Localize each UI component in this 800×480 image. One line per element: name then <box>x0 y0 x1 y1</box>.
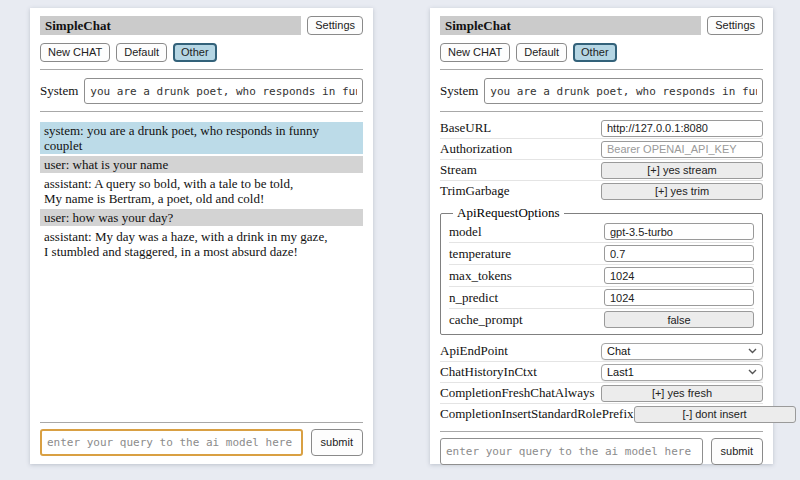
chat-panel: SimpleChat Settings New CHATDefaultOther… <box>30 8 373 464</box>
query-input[interactable] <box>40 429 303 456</box>
completion-fresh-chat-always-label: CompletionFreshChatAlways <box>440 385 595 401</box>
model-label: model <box>449 224 482 240</box>
stream-label: Stream <box>440 162 477 178</box>
chat-messages: system: you are a drunk poet, who respon… <box>40 122 363 262</box>
chat-history-in-ctxt-label: ChatHistoryInCtxt <box>440 364 537 380</box>
baseurl-row: BaseURL <box>440 118 763 138</box>
model-row: model <box>449 221 754 242</box>
session-button-other[interactable]: Other <box>573 43 617 62</box>
completion-insert-standard-role-prefix-label: CompletionInsertStandardRolePrefix <box>440 406 634 422</box>
stream-row: Stream [+] yes stream <box>440 160 763 180</box>
cache-prompt-row: cache_prompt false <box>449 309 754 330</box>
system-label: System <box>40 83 78 99</box>
session-button-new-chat[interactable]: New CHAT <box>40 43 110 62</box>
system-prompt-input[interactable] <box>484 78 763 104</box>
baseurl-label: BaseURL <box>440 120 491 136</box>
baseurl-input[interactable] <box>601 120 763 137</box>
max-tokens-row: max_tokens <box>449 265 754 286</box>
chevron-down-icon <box>748 348 757 354</box>
divider <box>440 111 763 112</box>
session-button-default[interactable]: Default <box>516 43 567 62</box>
api-request-options-legend: ApiRequestOptions <box>453 205 564 221</box>
system-label: System <box>440 83 478 99</box>
divider <box>440 431 763 432</box>
completion-fresh-chat-always-toggle-button[interactable]: [+] yes fresh <box>601 385 763 402</box>
system-prompt-row: System <box>40 78 363 104</box>
chat-message-assistant: assistant: My day was a haze, with a dri… <box>40 228 363 260</box>
api-endpoint-selected-value: Chat <box>607 345 630 357</box>
session-button-other[interactable]: Other <box>173 43 217 62</box>
trim-garbage-toggle-button[interactable]: [+] yes trim <box>601 183 763 200</box>
chevron-down-icon <box>748 369 757 375</box>
temperature-label: temperature <box>449 246 511 262</box>
session-button-new-chat[interactable]: New CHAT <box>440 43 510 62</box>
authorization-input[interactable] <box>601 141 763 158</box>
session-button-default[interactable]: Default <box>116 43 167 62</box>
n-predict-input[interactable] <box>604 289 754 306</box>
temperature-row: temperature <box>449 243 754 264</box>
chat-history-in-ctxt-row: ChatHistoryInCtxt Last1 <box>440 362 763 382</box>
submit-button[interactable]: submit <box>711 438 763 465</box>
trim-garbage-row: TrimGarbage [+] yes trim <box>440 181 763 201</box>
n-predict-row: n_predict <box>449 287 754 308</box>
model-input[interactable] <box>604 223 754 240</box>
settings-panel: SimpleChat Settings New CHATDefaultOther… <box>430 8 773 464</box>
session-buttons: New CHATDefaultOther <box>40 43 363 62</box>
temperature-input[interactable] <box>604 245 754 262</box>
cache-prompt-toggle-button[interactable]: false <box>604 311 754 328</box>
stream-toggle-button[interactable]: [+] yes stream <box>601 162 763 179</box>
settings-panel-header: SimpleChat Settings <box>440 16 763 35</box>
max-tokens-input[interactable] <box>604 267 754 284</box>
desktop: SimpleChat Settings New CHATDefaultOther… <box>0 0 800 464</box>
system-prompt-row: System <box>440 78 763 104</box>
api-endpoint-select[interactable]: Chat <box>601 343 763 360</box>
api-endpoint-row: ApiEndPoint Chat <box>440 341 763 361</box>
chat-history-in-ctxt-select[interactable]: Last1 <box>601 364 763 381</box>
n-predict-label: n_predict <box>449 290 498 306</box>
app-title: SimpleChat <box>40 16 301 35</box>
query-input[interactable] <box>440 438 703 465</box>
completion-insert-standard-role-prefix-row: CompletionInsertStandardRolePrefix [-] d… <box>440 404 763 424</box>
system-prompt-input[interactable] <box>84 78 363 104</box>
divider <box>440 69 763 70</box>
query-area: submit <box>40 415 363 456</box>
divider <box>40 422 363 423</box>
api-endpoint-label: ApiEndPoint <box>440 343 508 359</box>
query-area: submit <box>440 424 763 465</box>
chat-panel-header: SimpleChat Settings <box>40 16 363 35</box>
session-buttons: New CHATDefaultOther <box>440 43 763 62</box>
max-tokens-label: max_tokens <box>449 268 512 284</box>
api-request-options-fieldset: ApiRequestOptions model temperature max_… <box>440 205 763 335</box>
authorization-row: Authorization <box>440 139 763 159</box>
chat-message-system: system: you are a drunk poet, who respon… <box>40 122 363 154</box>
divider <box>40 69 363 70</box>
authorization-label: Authorization <box>440 141 512 157</box>
completion-insert-standard-role-prefix-toggle-button[interactable]: [-] dont insert <box>634 406 796 423</box>
chat-message-assistant: assistant: A query so bold, with a tale … <box>40 175 363 207</box>
trim-garbage-label: TrimGarbage <box>440 183 510 199</box>
completion-fresh-chat-always-row: CompletionFreshChatAlways [+] yes fresh <box>440 383 763 403</box>
app-title: SimpleChat <box>440 16 701 35</box>
chat-message-user: user: what is your name <box>40 156 363 173</box>
settings-button[interactable]: Settings <box>307 16 363 35</box>
submit-button[interactable]: submit <box>311 429 363 456</box>
settings-button[interactable]: Settings <box>707 16 763 35</box>
chat-history-selected-value: Last1 <box>607 366 634 378</box>
chat-message-user: user: how was your day? <box>40 209 363 226</box>
divider <box>40 111 363 112</box>
cache-prompt-label: cache_prompt <box>449 312 523 328</box>
